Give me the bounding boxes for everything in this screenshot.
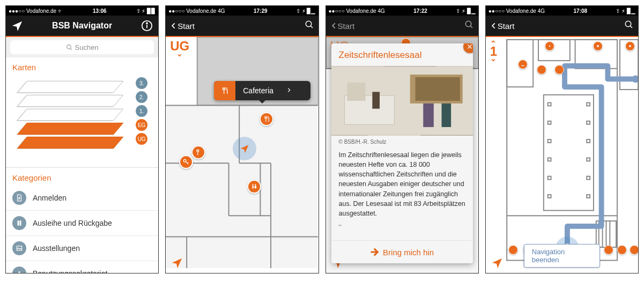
status-battery: ⇧ ⚡︎ ▉▁ [296, 8, 316, 14]
search-wrap: Suchen [6, 37, 158, 57]
poi-icon[interactable] [625, 41, 635, 51]
status-time: 17:29 [254, 8, 268, 14]
category-item-anmelden[interactable]: Anmelden [6, 186, 158, 211]
poi-icon[interactable] [518, 60, 528, 69]
svg-point-25 [253, 184, 254, 185]
floor-label-ug[interactable]: UG [136, 133, 147, 145]
status-battery: ⇧ ⚡︎ ▉▁ [616, 8, 635, 14]
card-more-indicator: ˜ [331, 224, 473, 233]
svg-rect-51 [547, 103, 551, 106]
category-item-ausleihe[interactable]: Ausleihe und Rückgabe [6, 211, 158, 236]
poi-key-icon[interactable] [179, 155, 193, 169]
compass-icon[interactable] [491, 257, 503, 269]
category-item-benutzung[interactable]: Benutzungssekretariat [6, 261, 158, 273]
svg-rect-26 [253, 186, 254, 188]
svg-point-43 [625, 21, 631, 27]
screen-start: ●●●○○ Vodafone.de ᯤ 13:06 ⇧ ⚡︎ ▉▉ BSB Na… [5, 5, 159, 273]
search-input[interactable]: Suchen [10, 40, 154, 54]
poi-icon[interactable] [545, 41, 554, 51]
back-label: Start [338, 21, 355, 31]
floor-label-3[interactable]: 3. [136, 77, 147, 89]
svg-point-2 [146, 23, 147, 24]
card-credit: © BSB/H.-R. Schulz [331, 136, 473, 148]
svg-rect-53 [547, 121, 551, 124]
card-body: Im Zeitschriftenlesesaal liegen die jewe… [331, 148, 473, 224]
book-icon [12, 216, 26, 230]
svg-rect-50 [544, 95, 594, 211]
floor-label-eg[interactable]: EG [136, 119, 147, 131]
callout-label: Cafeteria [235, 86, 281, 95]
navigation-end-button[interactable]: Navigation beenden [524, 244, 600, 268]
svg-rect-42 [372, 92, 380, 108]
svg-rect-5 [18, 220, 19, 225]
map: UG Zeitschriftenlesesaal [326, 37, 478, 273]
user-location-icon [233, 137, 256, 160]
svg-rect-56 [587, 139, 590, 143]
status-carrier: ●●○○○ Vodafone.de 4G [488, 8, 545, 14]
floor-label-2[interactable]: 2. [136, 91, 147, 103]
floor-label-1[interactable]: 1. [136, 105, 147, 117]
nav-bar: BSB Navigator [6, 16, 158, 37]
search-icon[interactable] [464, 20, 474, 32]
desk-icon [12, 267, 26, 273]
map[interactable]: UG ⌄ Cafeter [166, 37, 318, 273]
back-button[interactable]: Start [490, 21, 515, 31]
svg-rect-58 [587, 158, 590, 161]
floor-indicator[interactable]: UG ⌄ [170, 40, 189, 57]
chevron-right-icon [281, 86, 297, 95]
map[interactable]: ⌃ 1 ⌄ Navigation b [486, 37, 638, 273]
svg-rect-62 [587, 195, 590, 198]
floor-indicator[interactable]: ⌃ 1 ⌄ [490, 40, 497, 62]
category-label: Benutzungssekretariat [33, 269, 107, 273]
poi-icon[interactable] [593, 41, 603, 51]
svg-rect-14 [166, 105, 318, 268]
poi-icon[interactable] [630, 245, 638, 255]
section-maps-title: Karten [6, 57, 158, 75]
search-icon[interactable] [305, 20, 314, 32]
svg-rect-54 [587, 121, 590, 124]
poi-icon[interactable] [617, 245, 627, 255]
svg-point-27 [255, 184, 256, 185]
poi-icon[interactable] [537, 65, 546, 75]
nav-title: BSB Navigator [52, 21, 112, 31]
svg-point-28 [184, 159, 187, 162]
status-time: 17:08 [573, 8, 587, 14]
back-label: Start [498, 21, 515, 31]
back-button[interactable]: Start [170, 21, 195, 31]
svg-rect-55 [547, 139, 551, 143]
svg-rect-7 [17, 246, 21, 250]
svg-line-30 [470, 26, 472, 28]
svg-rect-47 [538, 40, 570, 61]
back-button[interactable]: Start [330, 21, 355, 31]
cutlery-icon [214, 81, 235, 100]
poi-icon[interactable] [508, 245, 518, 255]
svg-line-4 [70, 48, 72, 50]
status-carrier: ●●○○○ Vodafone.de 4G [168, 8, 225, 14]
category-item-ausstellungen[interactable]: Ausstellungen [6, 236, 158, 261]
status-bar: ●●○○○ Vodafone.de 4G 17:29 ⇧ ⚡︎ ▉▁ [166, 6, 318, 16]
bring-me-there-button[interactable]: Bring mich hin [331, 240, 473, 263]
poi-icon[interactable] [604, 245, 613, 255]
svg-point-8 [18, 271, 20, 273]
poi-icon[interactable] [554, 65, 564, 75]
svg-rect-57 [547, 158, 551, 161]
picture-icon [12, 241, 26, 255]
svg-line-44 [630, 26, 632, 28]
svg-point-29 [465, 21, 471, 27]
svg-rect-71 [597, 45, 598, 47]
section-categories-title: Kategorien [6, 168, 158, 186]
nav-bar: Start [166, 16, 318, 37]
callout-cafeteria[interactable]: Cafeteria [214, 81, 310, 100]
screen-detail-card: ●●○○○ Vodafone.de 4G 17:22 ⇧ ⚡︎ ▉▁ Start… [325, 5, 479, 273]
status-carrier: ●●○○○ Vodafone.de 4G [329, 8, 385, 14]
category-label: Ausleihe und Rückgabe [33, 219, 112, 227]
back-label: Start [177, 21, 195, 31]
category-label: Anmelden [33, 194, 66, 202]
compass-icon[interactable] [171, 257, 183, 269]
svg-rect-72 [629, 45, 631, 47]
location-icon[interactable] [11, 20, 23, 32]
search-icon[interactable] [624, 20, 634, 32]
floor-stack[interactable]: 3. 2. 1. EG UG [6, 75, 158, 165]
svg-rect-40 [423, 103, 434, 127]
info-icon[interactable] [141, 20, 153, 32]
